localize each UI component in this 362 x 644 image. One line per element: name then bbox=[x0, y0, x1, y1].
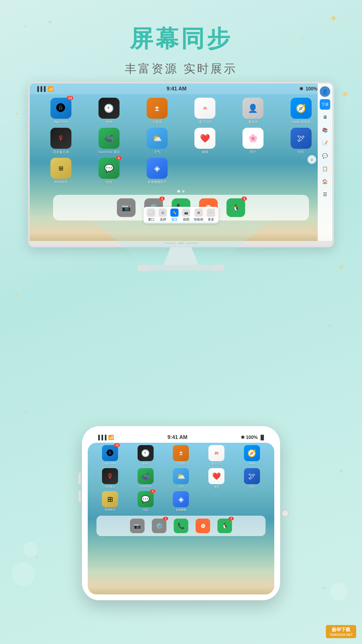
app-calculator[interactable]: ± 计算器 bbox=[134, 98, 180, 124]
phone-app-widget[interactable]: ⊞ 附加程序 bbox=[94, 491, 127, 512]
deco-circle-1 bbox=[12, 562, 35, 586]
phone-widget-label: 附加程序 bbox=[105, 508, 115, 512]
phone-home-button[interactable] bbox=[282, 510, 289, 517]
phone-app-voice[interactable]: 🎙 语音备忘 bbox=[94, 468, 127, 489]
sparkle-decor-11: ✦ bbox=[338, 467, 345, 476]
phone-container: ▐▐▐ 📶 9:41 AM ✱ 100% ▐▌ 🅐 14 App Store bbox=[82, 426, 280, 600]
phone-badge-appstore: 14 bbox=[114, 443, 120, 447]
sparkle-decor-5: ✦ bbox=[340, 88, 350, 101]
bluetooth-icon: ✱ bbox=[299, 86, 303, 92]
phone-wifi: 📶 bbox=[108, 435, 114, 440]
app-weather[interactable]: ⛅ 天气 bbox=[134, 128, 180, 154]
sidebar-create[interactable]: 📝 bbox=[320, 138, 330, 148]
phone-app-messages[interactable]: 💬 4 信息 bbox=[129, 491, 162, 512]
dock-camera[interactable]: 📷 bbox=[117, 198, 136, 217]
app-facetime-label: FaceTime 通话 bbox=[98, 150, 120, 154]
phone-app-calc[interactable]: ± 计算器 bbox=[164, 445, 198, 466]
toolbar-more[interactable]: ⋯ 更多 bbox=[207, 209, 215, 222]
deco-circle-2 bbox=[23, 542, 38, 556]
sidebar-hw[interactable]: 📋 bbox=[320, 163, 330, 174]
header-section: 屏幕同步 丰富资源 实时展示 bbox=[0, 0, 362, 77]
sidebar-monitor-icon[interactable]: 🖥 bbox=[320, 112, 330, 123]
phone-app-facetime[interactable]: 📹 FaceTime bbox=[129, 468, 162, 489]
phone-dock-camera[interactable]: 📷 bbox=[130, 519, 145, 533]
phone-dock-settings[interactable]: ⚙️ 1 bbox=[152, 519, 166, 533]
app-safari-label: Safari 游览器 bbox=[291, 120, 310, 124]
app-clock[interactable]: 🕙 时钟 bbox=[87, 98, 132, 124]
phone-app-weather[interactable]: ⛅ 天气 bbox=[164, 468, 198, 489]
app-voice-label: 语音备忘录 bbox=[53, 150, 69, 154]
monitor-time: 9:41 AM bbox=[167, 86, 187, 92]
light-cone bbox=[94, 222, 268, 295]
app-contacts[interactable]: 👤 通讯录 bbox=[231, 98, 276, 124]
phone-app-safari[interactable]: 🧭 Safari bbox=[235, 445, 268, 466]
app-weather-label: 天气 bbox=[154, 150, 160, 154]
toolbar-window[interactable]: ⬜ 窗口 bbox=[147, 209, 155, 222]
app-multifly-label: 多拽搬搬助手 bbox=[147, 180, 167, 184]
app-addwidget[interactable]: ⊞ 附加程序 bbox=[38, 158, 84, 184]
select-icon: ⊡ bbox=[159, 209, 167, 217]
app-multifly[interactable]: ◈ 多拽搬搬助手 bbox=[134, 158, 180, 184]
watermark: 扬华下载 YANGHUA.NET bbox=[326, 625, 356, 638]
phone-badge-msg: 4 bbox=[150, 489, 155, 493]
sparkle-decor-12: ✦ bbox=[35, 554, 39, 561]
dock-wechat[interactable]: 🐧 3 bbox=[226, 198, 245, 217]
phone-app-health[interactable]: ❤️ 健康 bbox=[200, 468, 233, 489]
phone-dock-phone[interactable]: 📞 bbox=[174, 519, 188, 533]
app-photos[interactable]: 🌸 照片 bbox=[231, 128, 276, 154]
phone-screen: 🅐 14 App Store 🕙 时钟 ± 计算器 bbox=[88, 443, 274, 594]
toolbar-select[interactable]: ⊡ 选择 bbox=[159, 209, 167, 222]
sparkle-decor-8: ✦ bbox=[15, 292, 19, 298]
sidebar-list[interactable]: ☰ bbox=[320, 189, 330, 200]
app-calendar[interactable]: 20 捷子日历 bbox=[182, 98, 228, 124]
toolbar-camera[interactable]: 📷 截图 bbox=[182, 209, 190, 222]
phone-safari-label: Safari bbox=[248, 462, 255, 465]
badge-settings: 1 bbox=[159, 197, 165, 201]
toolbar-smart[interactable]: ⊞ 智板框 bbox=[194, 209, 203, 222]
phone-appstore-label: App Store bbox=[104, 462, 116, 465]
page-dot-1 bbox=[178, 190, 180, 192]
phone-badge-wechat: 3 bbox=[229, 517, 234, 520]
sidebar-xiake[interactable]: 下课 bbox=[320, 99, 330, 110]
phone-status-bar: ▐▐▐ 📶 9:41 AM ✱ 100% ▐▌ bbox=[88, 432, 274, 443]
app-health[interactable]: ❤️ 健康 bbox=[182, 128, 228, 154]
monitor-app-grid-row2: 🎙 语音备忘录 📹 FaceTime 通话 ⛅ 天气 bbox=[30, 128, 332, 158]
monitor-right-sidebar: 👤 下课 🖥 📚 📝 💬 📋 bbox=[318, 83, 332, 241]
phone-tack-label: 钉钉 bbox=[249, 485, 254, 489]
phone-app-appstore[interactable]: 🅐 14 App Store bbox=[94, 445, 127, 466]
phone-battery-pct: 100% bbox=[246, 435, 258, 440]
phone-dock-orange[interactable]: ⊕ bbox=[196, 519, 210, 533]
sidebar-book[interactable]: 📚 bbox=[320, 125, 330, 135]
phone-grid-row3: ⊞ 附加程序 💬 4 信息 ◈ 多拽搬搬 bbox=[88, 491, 274, 514]
app-facetime[interactable]: 📹 FaceTime 通话 bbox=[87, 128, 132, 154]
phone-app-clock[interactable]: 🕙 时钟 bbox=[129, 445, 162, 466]
app-messages[interactable]: 💬 4 信息 bbox=[87, 158, 132, 184]
sparkle-decor-9: ✦ bbox=[326, 321, 333, 330]
sidebar-fav[interactable]: 🏠 bbox=[320, 176, 330, 187]
monitor-screen: ▐▐▐ 📶 9:41 AM ✱ 100% ▐▌ 🅐 14 bbox=[30, 83, 332, 241]
sidebar-avatar[interactable]: 👤 bbox=[320, 86, 330, 97]
phone-signal: ▐▐▐ bbox=[96, 435, 106, 440]
phone-vol-down bbox=[78, 490, 81, 502]
app-dingtalk[interactable]: 🕊 钉钉 bbox=[278, 128, 324, 154]
scroll-right-btn[interactable]: › bbox=[307, 155, 316, 164]
toolbar-annotate[interactable]: ✏️ 批注 bbox=[171, 209, 179, 222]
app-calc-label: 计算器 bbox=[152, 120, 162, 124]
phone-vol-up bbox=[78, 473, 81, 484]
deco-circle-3 bbox=[330, 583, 347, 600]
phone-app-dingtalk[interactable]: 🕊 钉钉 bbox=[235, 468, 268, 489]
phone-time: 9:41 AM bbox=[168, 434, 187, 440]
wifi-icon: 📶 bbox=[48, 86, 54, 92]
phone-clock-label: 时钟 bbox=[143, 462, 148, 466]
app-tack-label: 钉钉 bbox=[298, 150, 304, 154]
phone-dock-wechat[interactable]: 🐧 3 bbox=[217, 519, 232, 533]
battery-pct: 100% bbox=[305, 86, 317, 92]
monitor-toolbar-overlay: ⬜ 窗口 ⊡ 选择 ✏️ 批注 📷 截图 ⊞ 智板框 bbox=[144, 207, 219, 223]
app-safari[interactable]: 🧭 Safari 游览器 bbox=[278, 98, 324, 124]
sidebar-message[interactable]: 💬 bbox=[320, 150, 330, 161]
phone-app-calendar[interactable]: 20 捷子日历 bbox=[200, 445, 233, 466]
phone-app-multi[interactable]: ◈ 多拽搬搬 bbox=[164, 491, 198, 512]
app-appstore[interactable]: 🅐 14 App Store bbox=[38, 98, 84, 124]
app-voice-memo[interactable]: 🎙 语音备忘录 bbox=[38, 128, 84, 154]
phone-multi-label: 多拽搬搬 bbox=[176, 508, 186, 512]
